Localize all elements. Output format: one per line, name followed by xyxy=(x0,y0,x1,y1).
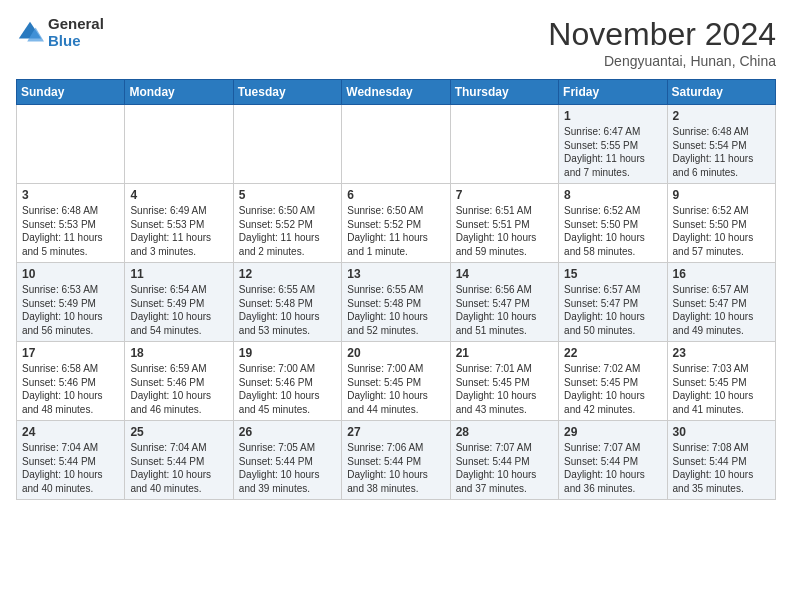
calendar-cell xyxy=(450,105,558,184)
calendar-cell xyxy=(125,105,233,184)
day-number: 29 xyxy=(564,425,661,439)
col-saturday: Saturday xyxy=(667,80,775,105)
day-number: 24 xyxy=(22,425,119,439)
calendar-cell: 21Sunrise: 7:01 AM Sunset: 5:45 PM Dayli… xyxy=(450,342,558,421)
calendar-cell xyxy=(233,105,341,184)
day-number: 20 xyxy=(347,346,444,360)
day-info: Sunrise: 6:47 AM Sunset: 5:55 PM Dayligh… xyxy=(564,125,661,179)
calendar-table: Sunday Monday Tuesday Wednesday Thursday… xyxy=(16,79,776,500)
calendar-week-5: 24Sunrise: 7:04 AM Sunset: 5:44 PM Dayli… xyxy=(17,421,776,500)
day-info: Sunrise: 6:49 AM Sunset: 5:53 PM Dayligh… xyxy=(130,204,227,258)
calendar-cell: 2Sunrise: 6:48 AM Sunset: 5:54 PM Daylig… xyxy=(667,105,775,184)
day-number: 4 xyxy=(130,188,227,202)
day-number: 8 xyxy=(564,188,661,202)
day-info: Sunrise: 6:54 AM Sunset: 5:49 PM Dayligh… xyxy=(130,283,227,337)
calendar-cell: 19Sunrise: 7:00 AM Sunset: 5:46 PM Dayli… xyxy=(233,342,341,421)
day-info: Sunrise: 7:04 AM Sunset: 5:44 PM Dayligh… xyxy=(22,441,119,495)
day-info: Sunrise: 6:52 AM Sunset: 5:50 PM Dayligh… xyxy=(673,204,770,258)
day-info: Sunrise: 6:50 AM Sunset: 5:52 PM Dayligh… xyxy=(239,204,336,258)
day-number: 25 xyxy=(130,425,227,439)
day-info: Sunrise: 6:51 AM Sunset: 5:51 PM Dayligh… xyxy=(456,204,553,258)
day-number: 28 xyxy=(456,425,553,439)
calendar-cell: 24Sunrise: 7:04 AM Sunset: 5:44 PM Dayli… xyxy=(17,421,125,500)
calendar-cell: 13Sunrise: 6:55 AM Sunset: 5:48 PM Dayli… xyxy=(342,263,450,342)
day-number: 6 xyxy=(347,188,444,202)
calendar-cell: 22Sunrise: 7:02 AM Sunset: 5:45 PM Dayli… xyxy=(559,342,667,421)
day-number: 1 xyxy=(564,109,661,123)
day-number: 23 xyxy=(673,346,770,360)
day-number: 12 xyxy=(239,267,336,281)
logo-text: General Blue xyxy=(48,16,104,49)
calendar-cell: 1Sunrise: 6:47 AM Sunset: 5:55 PM Daylig… xyxy=(559,105,667,184)
calendar-cell xyxy=(342,105,450,184)
calendar-cell: 28Sunrise: 7:07 AM Sunset: 5:44 PM Dayli… xyxy=(450,421,558,500)
col-wednesday: Wednesday xyxy=(342,80,450,105)
day-number: 14 xyxy=(456,267,553,281)
calendar-cell: 15Sunrise: 6:57 AM Sunset: 5:47 PM Dayli… xyxy=(559,263,667,342)
day-number: 7 xyxy=(456,188,553,202)
calendar-cell: 6Sunrise: 6:50 AM Sunset: 5:52 PM Daylig… xyxy=(342,184,450,263)
day-number: 30 xyxy=(673,425,770,439)
day-info: Sunrise: 7:05 AM Sunset: 5:44 PM Dayligh… xyxy=(239,441,336,495)
calendar-cell: 20Sunrise: 7:00 AM Sunset: 5:45 PM Dayli… xyxy=(342,342,450,421)
calendar-week-3: 10Sunrise: 6:53 AM Sunset: 5:49 PM Dayli… xyxy=(17,263,776,342)
day-number: 27 xyxy=(347,425,444,439)
day-info: Sunrise: 7:06 AM Sunset: 5:44 PM Dayligh… xyxy=(347,441,444,495)
calendar-cell: 12Sunrise: 6:55 AM Sunset: 5:48 PM Dayli… xyxy=(233,263,341,342)
calendar-cell: 14Sunrise: 6:56 AM Sunset: 5:47 PM Dayli… xyxy=(450,263,558,342)
calendar-cell: 8Sunrise: 6:52 AM Sunset: 5:50 PM Daylig… xyxy=(559,184,667,263)
day-info: Sunrise: 6:50 AM Sunset: 5:52 PM Dayligh… xyxy=(347,204,444,258)
day-number: 26 xyxy=(239,425,336,439)
calendar-week-2: 3Sunrise: 6:48 AM Sunset: 5:53 PM Daylig… xyxy=(17,184,776,263)
calendar-cell: 5Sunrise: 6:50 AM Sunset: 5:52 PM Daylig… xyxy=(233,184,341,263)
day-info: Sunrise: 7:01 AM Sunset: 5:45 PM Dayligh… xyxy=(456,362,553,416)
calendar-cell: 18Sunrise: 6:59 AM Sunset: 5:46 PM Dayli… xyxy=(125,342,233,421)
day-number: 11 xyxy=(130,267,227,281)
day-number: 19 xyxy=(239,346,336,360)
day-number: 17 xyxy=(22,346,119,360)
day-info: Sunrise: 6:55 AM Sunset: 5:48 PM Dayligh… xyxy=(347,283,444,337)
day-number: 5 xyxy=(239,188,336,202)
calendar-cell: 26Sunrise: 7:05 AM Sunset: 5:44 PM Dayli… xyxy=(233,421,341,500)
day-info: Sunrise: 7:07 AM Sunset: 5:44 PM Dayligh… xyxy=(456,441,553,495)
calendar-week-1: 1Sunrise: 6:47 AM Sunset: 5:55 PM Daylig… xyxy=(17,105,776,184)
calendar-cell: 27Sunrise: 7:06 AM Sunset: 5:44 PM Dayli… xyxy=(342,421,450,500)
day-info: Sunrise: 7:03 AM Sunset: 5:45 PM Dayligh… xyxy=(673,362,770,416)
calendar-cell: 25Sunrise: 7:04 AM Sunset: 5:44 PM Dayli… xyxy=(125,421,233,500)
day-info: Sunrise: 6:57 AM Sunset: 5:47 PM Dayligh… xyxy=(564,283,661,337)
col-tuesday: Tuesday xyxy=(233,80,341,105)
header-row: Sunday Monday Tuesday Wednesday Thursday… xyxy=(17,80,776,105)
day-number: 3 xyxy=(22,188,119,202)
calendar-week-4: 17Sunrise: 6:58 AM Sunset: 5:46 PM Dayli… xyxy=(17,342,776,421)
logo-icon xyxy=(16,19,44,47)
day-number: 10 xyxy=(22,267,119,281)
day-info: Sunrise: 7:00 AM Sunset: 5:45 PM Dayligh… xyxy=(347,362,444,416)
day-number: 18 xyxy=(130,346,227,360)
day-info: Sunrise: 6:48 AM Sunset: 5:53 PM Dayligh… xyxy=(22,204,119,258)
calendar-cell: 23Sunrise: 7:03 AM Sunset: 5:45 PM Dayli… xyxy=(667,342,775,421)
day-info: Sunrise: 7:00 AM Sunset: 5:46 PM Dayligh… xyxy=(239,362,336,416)
calendar-cell: 11Sunrise: 6:54 AM Sunset: 5:49 PM Dayli… xyxy=(125,263,233,342)
calendar-cell: 10Sunrise: 6:53 AM Sunset: 5:49 PM Dayli… xyxy=(17,263,125,342)
day-info: Sunrise: 7:04 AM Sunset: 5:44 PM Dayligh… xyxy=(130,441,227,495)
day-number: 16 xyxy=(673,267,770,281)
day-info: Sunrise: 6:59 AM Sunset: 5:46 PM Dayligh… xyxy=(130,362,227,416)
day-number: 22 xyxy=(564,346,661,360)
logo: General Blue xyxy=(16,16,104,49)
day-info: Sunrise: 6:48 AM Sunset: 5:54 PM Dayligh… xyxy=(673,125,770,179)
day-info: Sunrise: 6:56 AM Sunset: 5:47 PM Dayligh… xyxy=(456,283,553,337)
day-number: 9 xyxy=(673,188,770,202)
col-friday: Friday xyxy=(559,80,667,105)
day-info: Sunrise: 6:52 AM Sunset: 5:50 PM Dayligh… xyxy=(564,204,661,258)
page-header: General Blue November 2024 Dengyuantai, … xyxy=(16,16,776,69)
col-monday: Monday xyxy=(125,80,233,105)
day-info: Sunrise: 6:57 AM Sunset: 5:47 PM Dayligh… xyxy=(673,283,770,337)
calendar-cell: 4Sunrise: 6:49 AM Sunset: 5:53 PM Daylig… xyxy=(125,184,233,263)
calendar-cell: 3Sunrise: 6:48 AM Sunset: 5:53 PM Daylig… xyxy=(17,184,125,263)
calendar-header: Sunday Monday Tuesday Wednesday Thursday… xyxy=(17,80,776,105)
day-info: Sunrise: 7:07 AM Sunset: 5:44 PM Dayligh… xyxy=(564,441,661,495)
logo-general-text: General xyxy=(48,16,104,33)
day-number: 13 xyxy=(347,267,444,281)
calendar-cell: 7Sunrise: 6:51 AM Sunset: 5:51 PM Daylig… xyxy=(450,184,558,263)
day-info: Sunrise: 6:53 AM Sunset: 5:49 PM Dayligh… xyxy=(22,283,119,337)
